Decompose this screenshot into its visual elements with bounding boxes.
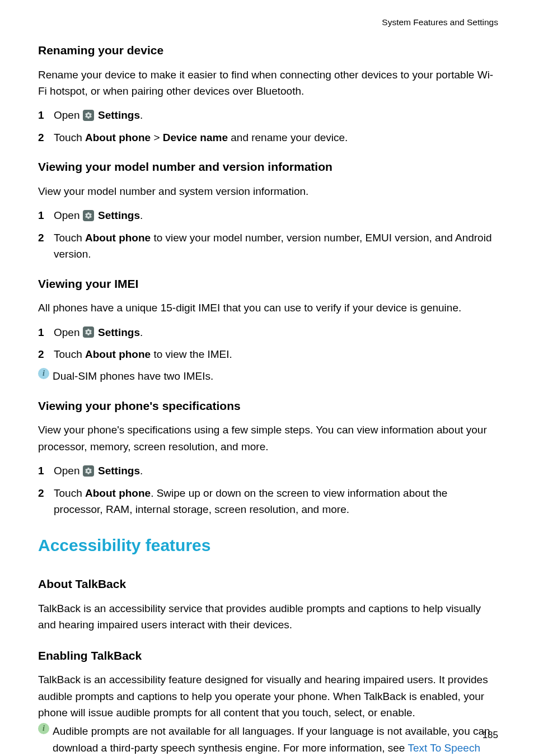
settings-icon bbox=[83, 210, 94, 221]
specs-steps: 1 Open Settings. 2 Touch About phone. Sw… bbox=[38, 463, 498, 517]
doc-header: System Features and Settings bbox=[38, 16, 498, 29]
info-icon: i bbox=[38, 368, 49, 379]
heading-accessibility: Accessibility features bbox=[38, 533, 498, 559]
about-phone-label: About phone bbox=[85, 348, 151, 360]
step-number: 2 bbox=[38, 346, 54, 362]
heading-imei: Viewing your IMEI bbox=[38, 275, 498, 293]
settings-label: Settings bbox=[98, 326, 140, 338]
text-open: Open bbox=[54, 209, 83, 221]
settings-icon bbox=[83, 465, 94, 477]
about-talkback-body: TalkBack is an accessibility service tha… bbox=[38, 600, 498, 633]
device-name-label: Device name bbox=[163, 132, 228, 143]
step-body: Open Settings. bbox=[54, 463, 498, 479]
settings-label: Settings bbox=[98, 465, 140, 477]
imei-steps: 1 Open Settings. 2 Touch About phone to … bbox=[38, 324, 498, 363]
text-touch: Touch bbox=[54, 132, 85, 143]
section-label: System Features and Settings bbox=[382, 17, 498, 27]
step-row: 2 Touch About phone to view your model n… bbox=[38, 230, 498, 263]
text-open: Open bbox=[54, 326, 83, 338]
step-number: 1 bbox=[38, 207, 54, 223]
enable-talkback-body: TalkBack is an accessibility feature des… bbox=[38, 671, 498, 721]
step-row: 1 Open Settings. bbox=[38, 463, 498, 479]
model-steps: 1 Open Settings. 2 Touch About phone to … bbox=[38, 207, 498, 262]
step-number: 2 bbox=[38, 230, 54, 246]
text-touch: Touch bbox=[54, 232, 85, 244]
heading-renaming: Renaming your device bbox=[38, 41, 498, 60]
step-number: 1 bbox=[38, 324, 54, 340]
step-number: 1 bbox=[38, 463, 54, 479]
text-open: Open bbox=[54, 109, 83, 121]
step-row: 1 Open Settings. bbox=[38, 324, 498, 340]
model-intro: View your model number and system versio… bbox=[38, 183, 498, 199]
step-number: 1 bbox=[38, 107, 54, 123]
period: . bbox=[140, 209, 143, 221]
step-row: 2 Touch About phone > Device name and re… bbox=[38, 129, 498, 146]
renaming-steps: 1 Open Settings. 2 Touch About phone > D… bbox=[38, 107, 498, 146]
step-number: 2 bbox=[38, 129, 54, 146]
imei-note: i Dual-SIM phones have two IMEIs. bbox=[38, 368, 498, 384]
step-body: Touch About phone. Swipe up or down on t… bbox=[54, 485, 498, 518]
note-body: Audible prompts are not available for al… bbox=[53, 723, 498, 756]
talkback-note: i Audible prompts are not available for … bbox=[38, 723, 498, 756]
heading-enable-talkback: Enabling TalkBack bbox=[38, 647, 498, 665]
heading-model: Viewing your model number and version in… bbox=[38, 158, 498, 176]
imei-intro: All phones have a unique 15-digit IMEI t… bbox=[38, 300, 498, 316]
heading-about-talkback: About TalkBack bbox=[38, 575, 498, 594]
step-body: Touch About phone to view your model num… bbox=[54, 230, 498, 263]
step-row: 2 Touch About phone. Swipe up or down on… bbox=[38, 485, 498, 518]
settings-icon bbox=[83, 110, 94, 121]
settings-label: Settings bbox=[98, 109, 140, 121]
gt-sep: > bbox=[151, 132, 163, 143]
settings-icon bbox=[83, 326, 94, 338]
step-body: Touch About phone > Device name and rena… bbox=[54, 129, 498, 146]
step-row: 1 Open Settings. bbox=[38, 107, 498, 123]
step-body: Open Settings. bbox=[54, 207, 498, 223]
period: . bbox=[140, 109, 143, 121]
step-row: 1 Open Settings. bbox=[38, 207, 498, 223]
about-phone-label: About phone bbox=[85, 487, 151, 499]
step-body: Open Settings. bbox=[54, 107, 498, 123]
text-touch: Touch bbox=[54, 348, 85, 360]
about-phone-label: About phone bbox=[85, 232, 151, 244]
step2-rest: to view the IMEI. bbox=[151, 348, 232, 360]
renaming-intro: Rename your device to make it easier to … bbox=[38, 67, 498, 100]
text-open: Open bbox=[54, 465, 83, 477]
period: . bbox=[140, 326, 143, 338]
specs-intro: View your phone's specifications using a… bbox=[38, 422, 498, 455]
settings-label: Settings bbox=[98, 209, 140, 221]
text-touch: Touch bbox=[54, 487, 85, 499]
step-number: 2 bbox=[38, 485, 54, 501]
about-phone-label: About phone bbox=[85, 132, 151, 143]
step-body: Touch About phone to view the IMEI. bbox=[54, 346, 498, 362]
info-icon: i bbox=[38, 723, 49, 734]
note-body: Dual-SIM phones have two IMEIs. bbox=[53, 368, 498, 384]
step-row: 2 Touch About phone to view the IMEI. bbox=[38, 346, 498, 362]
step2-rest: and rename your device. bbox=[228, 132, 348, 143]
period: . bbox=[140, 465, 143, 477]
heading-specs: Viewing your phone's specifications bbox=[38, 397, 498, 416]
step-body: Open Settings. bbox=[54, 324, 498, 340]
page-number: 185 bbox=[483, 728, 498, 743]
